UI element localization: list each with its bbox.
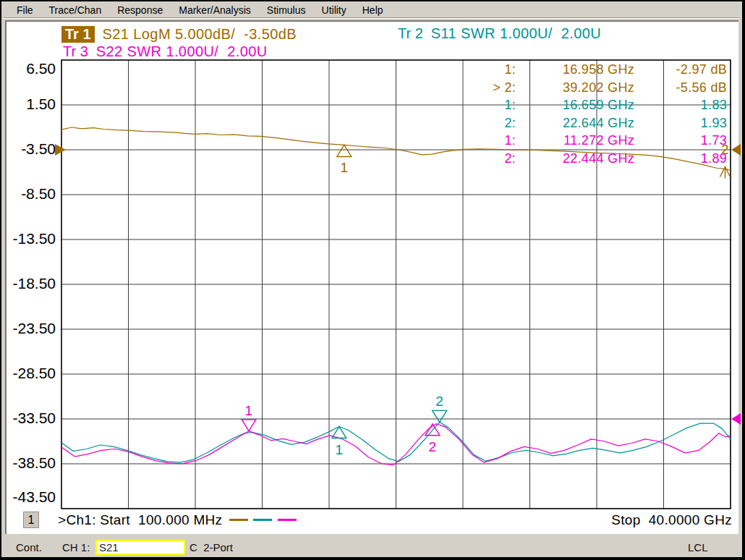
menu-item-response[interactable]: Response: [109, 3, 171, 17]
display-area: [5, 20, 738, 534]
sweep-mode-status: Cont.: [16, 541, 42, 553]
trace2-status-label: S11 SWR 1.000U/ 2.00U: [431, 25, 601, 42]
menu-item-marker-analysis[interactable]: Marker/Analysis: [171, 3, 259, 17]
trace1-status[interactable]: Tr 1 S21 LogM 5.000dB/ -3.50dB: [61, 26, 297, 43]
vna-application-window: File Trace/Chan Response Marker/Analysis…: [0, 0, 745, 560]
trace3-legend-dash: [278, 519, 297, 521]
menu-item-trace-chan[interactable]: Trace/Chan: [41, 3, 110, 17]
trace3-status-label: S22 SWR 1.000U/ 2.00U: [96, 43, 268, 60]
trace1-legend-dash: [229, 519, 248, 521]
channel-1-button[interactable]: 1: [23, 512, 39, 528]
stimulus-start-readout: >Ch1: Start 100.000 MHz: [58, 512, 222, 528]
trace1-active-badge[interactable]: Tr 1: [61, 26, 95, 43]
control-mode-status: LCL: [688, 541, 708, 553]
menu-bar: File Trace/Chan Response Marker/Analysis…: [3, 2, 739, 18]
trace1-status-label: S21 LogM 5.000dB/ -3.50dB: [103, 26, 297, 43]
trace3-id[interactable]: Tr 3: [63, 43, 88, 60]
menu-item-file[interactable]: File: [9, 3, 41, 17]
cal-status: C 2-Port: [190, 541, 233, 553]
trace2-legend-dash: [253, 519, 272, 521]
status-bar: Cont. CH 1: S21 C 2-Port LCL: [3, 538, 742, 557]
menu-item-stimulus[interactable]: Stimulus: [259, 3, 314, 17]
stimulus-stop-readout: Stop 40.0000 GHz: [611, 512, 732, 528]
trace2-status[interactable]: Tr 2 S11 SWR 1.000U/ 2.00U: [398, 25, 601, 42]
active-measurement-box: S21: [95, 540, 185, 555]
trace3-status[interactable]: Tr 3 S22 SWR 1.000U/ 2.00U: [63, 43, 268, 60]
channel-status-label: CH 1:: [62, 541, 90, 553]
menu-item-utility[interactable]: Utility: [314, 3, 354, 17]
menu-item-help[interactable]: Help: [354, 3, 391, 17]
trace2-id[interactable]: Tr 2: [398, 25, 423, 42]
